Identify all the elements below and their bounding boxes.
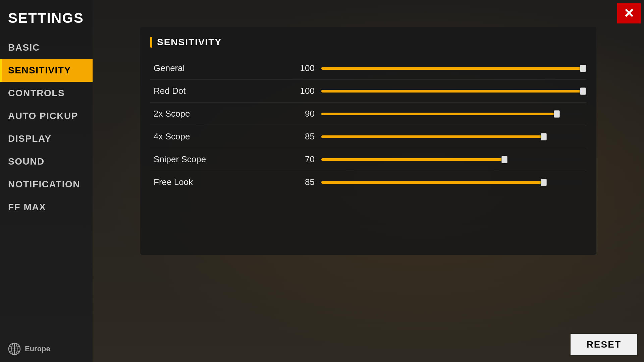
slider-thumb-free-look[interactable] (541, 179, 547, 186)
slider-row-red-dot: Red Dot100 (150, 80, 586, 103)
sidebar-item-controls[interactable]: CONTROLS (0, 82, 93, 105)
slider-label-sniper-scope: Sniper Scope (154, 154, 294, 165)
slider-label-general: General (154, 63, 294, 73)
slider-row-2x-scope: 2x Scope90 (150, 103, 586, 125)
close-button[interactable]: ✕ (617, 3, 641, 23)
slider-value-free-look: 85 (294, 177, 321, 187)
sidebar-item-sound[interactable]: SOUND (0, 150, 93, 173)
title-accent-bar (150, 37, 152, 48)
sidebar-footer: Europe (0, 336, 93, 362)
sidebar-item-notification[interactable]: NOTIFICATION (0, 173, 93, 196)
settings-title: SETTINGS (0, 3, 93, 36)
sidebar-item-ff-max[interactable]: FF MAX (0, 196, 93, 219)
reset-button[interactable]: RESET (571, 334, 637, 355)
slider-thumb-4x-scope[interactable] (541, 133, 547, 140)
close-icon: ✕ (624, 7, 634, 20)
panel-title: SENSITIVITY (157, 37, 222, 48)
slider-row-general: General100 (150, 57, 586, 80)
sidebar: SETTINGS BASICSENSITIVITYCONTROLSAUTO PI… (0, 0, 93, 362)
slider-row-4x-scope: 4x Scope85 (150, 125, 586, 148)
slider-track-free-look[interactable] (321, 179, 583, 186)
slider-label-4x-scope: 4x Scope (154, 131, 294, 142)
slider-value-red-dot: 100 (294, 86, 321, 96)
panel-title-container: SENSITIVITY (150, 37, 586, 48)
sidebar-item-basic[interactable]: BASIC (0, 36, 93, 59)
slider-thumb-sniper-scope[interactable] (501, 156, 507, 163)
globe-icon (8, 343, 21, 355)
sidebar-item-auto-pickup[interactable]: AUTO PICKUP (0, 105, 93, 127)
slider-track-sniper-scope[interactable] (321, 156, 583, 163)
slider-track-red-dot[interactable] (321, 88, 583, 95)
slider-value-4x-scope: 85 (294, 131, 321, 142)
slider-track-general[interactable] (321, 65, 583, 72)
region-label: Europe (25, 345, 50, 353)
slider-value-sniper-scope: 70 (294, 154, 321, 165)
slider-value-2x-scope: 90 (294, 109, 321, 119)
slider-label-2x-scope: 2x Scope (154, 109, 294, 119)
slider-thumb-red-dot[interactable] (580, 87, 586, 95)
slider-row-sniper-scope: Sniper Scope70 (150, 148, 586, 171)
slider-label-red-dot: Red Dot (154, 86, 294, 96)
slider-thumb-2x-scope[interactable] (554, 110, 560, 118)
slider-row-free-look: Free Look85 (150, 171, 586, 193)
main-content: SENSITIVITY General100Red Dot1002x Scope… (93, 0, 644, 362)
slider-label-free-look: Free Look (154, 177, 294, 187)
sidebar-item-sensitivity[interactable]: SENSITIVITY (0, 59, 93, 82)
slider-value-general: 100 (294, 63, 321, 73)
slider-track-2x-scope[interactable] (321, 111, 583, 117)
slider-thumb-general[interactable] (580, 65, 586, 72)
sidebar-item-display[interactable]: DISPLAY (0, 127, 93, 150)
slider-track-4x-scope[interactable] (321, 133, 583, 140)
settings-panel: SENSITIVITY General100Red Dot1002x Scope… (140, 27, 596, 255)
